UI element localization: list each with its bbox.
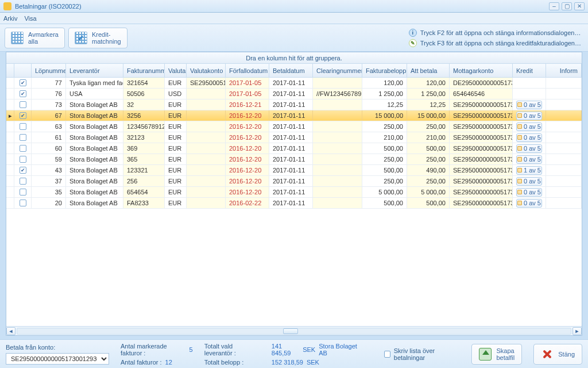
cell-att-betala: 120,00 bbox=[407, 78, 450, 88]
create-payment-file-button[interactable]: Skapa betalfil bbox=[471, 344, 522, 365]
scroll-left-icon[interactable]: ◄ bbox=[6, 327, 16, 335]
row-checkbox[interactable] bbox=[14, 154, 32, 164]
table-row[interactable]: ▸✔67Stora Bolaget AB3256EUR2016-12-20201… bbox=[6, 110, 582, 121]
cell-leverantor: Stora Bolaget AB bbox=[66, 132, 123, 143]
row-indicator bbox=[6, 89, 14, 99]
col-kredit[interactable]: Kredit bbox=[513, 64, 546, 77]
cell-inform bbox=[546, 165, 582, 175]
kredit-pill[interactable]: 1 av 5 bbox=[516, 166, 542, 175]
cell-forfallodatum: 2016-12-20 bbox=[226, 176, 269, 186]
cell-fakturabelopp: 500,00 bbox=[362, 165, 407, 175]
cell-inform bbox=[546, 154, 582, 164]
group-by-hint[interactable]: Dra en kolumn hit för att gruppera. bbox=[6, 52, 582, 64]
checkbox-icon bbox=[20, 156, 26, 163]
horizontal-scrollbar[interactable]: ◄ ► bbox=[6, 326, 582, 335]
kredit-pill[interactable]: 0 av 5 bbox=[516, 199, 542, 208]
scroll-thumb[interactable] bbox=[283, 328, 298, 334]
close-window-button[interactable]: ✕ bbox=[574, 2, 585, 10]
row-indicator bbox=[6, 198, 14, 208]
col-valuta[interactable]: Valuta bbox=[165, 64, 187, 77]
kredit-pill[interactable]: 0 av 5 bbox=[516, 133, 542, 142]
col-fakturanummer[interactable]: Fakturanummer bbox=[123, 64, 165, 77]
credit-match-button[interactable]: Kredit- matchning bbox=[68, 28, 127, 48]
cell-betaldatum: 2017-01-11 bbox=[269, 99, 313, 110]
col-forfallodatum[interactable]: Förfallodatum bbox=[226, 64, 269, 77]
kredit-pill[interactable]: 0 av 5 bbox=[516, 144, 542, 153]
col-inform[interactable]: Inform bbox=[546, 64, 582, 77]
table-row[interactable]: ✔43Stora Bolaget AB123321EUR2016-12-2020… bbox=[6, 165, 582, 176]
cell-leverantor: USA bbox=[66, 89, 123, 99]
kredit-pill[interactable]: 0 av 5 bbox=[516, 112, 542, 120]
cell-valuta: EUR bbox=[165, 198, 187, 208]
marked-invoices-label: Antal markerade fakturor : bbox=[121, 343, 186, 356]
cell-clearingnummer: //FW123456789 bbox=[313, 89, 362, 99]
table-row[interactable]: 73Stora Bolaget AB32EUR2016-12-212017-01… bbox=[6, 99, 582, 110]
table-row[interactable]: ✔77Tyska ligan med facto…321654EURSE2950… bbox=[6, 78, 582, 89]
col-clearingnummer[interactable]: Clearingnummer bbox=[313, 64, 362, 77]
pay-from-account-select[interactable]: SE29500000000051730012930 bbox=[6, 353, 109, 365]
checkbox-icon bbox=[20, 101, 26, 108]
kredit-pill[interactable]: 0 av 5 bbox=[516, 101, 542, 109]
maximize-button[interactable]: ▢ bbox=[562, 2, 572, 10]
kredit-pill[interactable]: 0 av 5 bbox=[516, 177, 542, 186]
total-selected-name: Stora Bolaget AB bbox=[319, 343, 361, 356]
cell-leverantor: Stora Bolaget AB bbox=[66, 99, 123, 110]
col-leverantor[interactable]: Leverantör bbox=[66, 64, 123, 77]
print-list-checkbox[interactable]: Skriv lista över betalningar bbox=[384, 347, 461, 361]
menu-visa[interactable]: Visa bbox=[24, 15, 36, 22]
col-lopnummer[interactable]: Löpnummer bbox=[32, 64, 66, 77]
kredit-pill[interactable]: 0 av 5 bbox=[516, 122, 542, 131]
cell-valutakonto bbox=[187, 89, 226, 99]
table-row[interactable]: 59Stora Bolaget AB365EUR2016-12-202017-0… bbox=[6, 154, 582, 165]
cell-betaldatum: 2017-01-11 bbox=[269, 154, 313, 164]
col-fakturabelopp[interactable]: Fakturabelopp bbox=[362, 64, 407, 77]
kredit-pill[interactable]: 0 av 5 bbox=[516, 188, 542, 197]
table-row[interactable]: 61Stora Bolaget AB32123EUR2016-12-202017… bbox=[6, 132, 582, 143]
row-checkbox[interactable] bbox=[14, 176, 32, 186]
row-checkbox[interactable] bbox=[14, 198, 32, 208]
kredit-pill[interactable]: 0 av 5 bbox=[516, 155, 542, 164]
col-att-betala[interactable]: Att betala bbox=[407, 64, 450, 77]
cell-valutakonto bbox=[187, 187, 226, 197]
cell-valutakonto bbox=[187, 198, 226, 208]
col-mottagarkonto[interactable]: Mottagarkonto bbox=[450, 64, 513, 77]
cell-forfallodatum: 2016-12-20 bbox=[226, 143, 269, 154]
row-checkbox[interactable]: ✔ bbox=[14, 110, 32, 121]
row-checkbox[interactable]: ✔ bbox=[14, 78, 32, 88]
table-row[interactable]: 37Stora Bolaget AB256EUR2016-12-202017-0… bbox=[6, 176, 582, 187]
row-checkbox[interactable]: ✔ bbox=[14, 165, 32, 175]
table-row[interactable]: 35Stora Bolaget AB654654EUR2016-12-20201… bbox=[6, 187, 582, 198]
row-checkbox[interactable] bbox=[14, 99, 32, 110]
cell-leverantor: Stora Bolaget AB bbox=[66, 187, 123, 197]
table-row[interactable]: ✔76USA50506USD2017-01-052017-01-11//FW12… bbox=[6, 89, 582, 99]
row-checkbox[interactable] bbox=[14, 187, 32, 197]
menu-arkiv[interactable]: Arkiv bbox=[3, 15, 17, 22]
table-row[interactable]: 60Stora Bolaget AB369EUR2016-12-202017-0… bbox=[6, 143, 582, 154]
cell-fakturanummer: FA8233 bbox=[123, 198, 165, 208]
cell-clearingnummer bbox=[313, 132, 362, 143]
app-icon bbox=[3, 2, 11, 10]
cell-valutakonto bbox=[187, 154, 226, 164]
row-checkbox[interactable] bbox=[14, 143, 32, 154]
scroll-right-icon[interactable]: ► bbox=[572, 327, 582, 335]
deselect-all-button[interactable]: Avmarkera alla bbox=[5, 28, 65, 48]
cell-mottagarkonto: DE2950000000051730… bbox=[450, 78, 513, 88]
hint-f2-text: Tryck F2 för att öppna och stänga inform… bbox=[420, 29, 581, 36]
cell-fakturabelopp: 5 000,00 bbox=[362, 187, 407, 197]
table-row[interactable]: 63Stora Bolaget AB123456789123…EUR2016-1… bbox=[6, 121, 582, 132]
minimize-button[interactable]: – bbox=[549, 2, 559, 10]
edit-icon bbox=[517, 124, 522, 129]
cell-lopnummer: 67 bbox=[32, 110, 66, 121]
checkbox-icon: ✔ bbox=[20, 112, 26, 119]
col-betaldatum[interactable]: Betaldatum bbox=[269, 64, 313, 77]
cell-lopnummer: 63 bbox=[32, 121, 66, 132]
col-valutakonto[interactable]: Valutakonto bbox=[187, 64, 226, 77]
cell-kredit bbox=[513, 89, 546, 99]
row-checkbox[interactable] bbox=[14, 121, 32, 132]
row-checkbox[interactable] bbox=[14, 132, 32, 143]
cell-inform bbox=[546, 110, 582, 121]
close-button[interactable]: Stäng bbox=[533, 344, 582, 365]
row-checkbox[interactable]: ✔ bbox=[14, 89, 32, 99]
kredit-text: 0 av 5 bbox=[524, 156, 541, 163]
table-row[interactable]: 20Stora Bolaget ABFA8233EUR2016-02-22201… bbox=[6, 198, 582, 209]
